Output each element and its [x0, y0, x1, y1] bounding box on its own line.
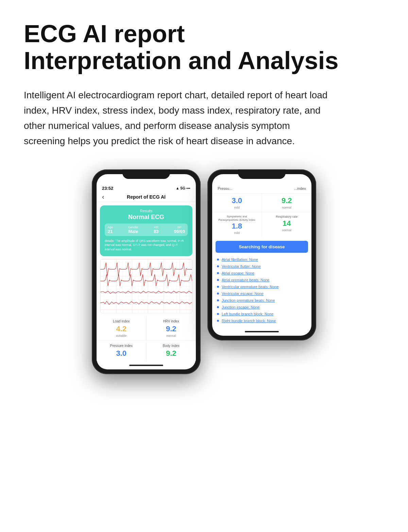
disease-list: Atrial fibrillation: None Ventricular fl…	[212, 255, 311, 328]
ecg-svg	[100, 259, 192, 313]
status-icons: ▲ 5G ▪▪▪	[176, 186, 190, 190]
stat-hr: HR 83	[154, 226, 158, 234]
p2-bottom-metrics: Sympathetic andParasympathetic Activity …	[212, 212, 311, 238]
bullet-9	[217, 313, 219, 315]
disease-item-2[interactable]: Ventricular flutter: None	[217, 263, 307, 270]
phone-notch-2	[238, 169, 286, 179]
bullet-4	[217, 279, 219, 281]
time-display: 23:52	[102, 186, 113, 191]
metric-hrv-label: HRV index	[152, 319, 191, 323]
nav-bar-1: ‹ Report of ECG AI	[97, 192, 196, 202]
disease-item-1[interactable]: Atrial fibrillation: None	[217, 256, 307, 263]
metric-hrv-value: 9.2	[152, 325, 191, 333]
search-disease-btn[interactable]: Searching for disease	[216, 241, 308, 253]
stat-bp-value: 99/69	[174, 229, 185, 234]
disease-text-7: Junction premature beats: None	[222, 298, 275, 302]
metric-load-sub: suitable	[102, 334, 141, 337]
stat-gender: Gender Male	[128, 226, 138, 234]
stat-bp-label: BP	[174, 226, 185, 229]
bullet-6	[217, 293, 219, 295]
phone-notch-1	[122, 169, 170, 179]
bullet-5	[217, 286, 219, 288]
p2-respiratory-value: 14	[267, 219, 307, 228]
disease-text-5: Ventricular premature beats: None	[222, 285, 279, 289]
home-indicator-1	[97, 361, 196, 369]
metric-load-index: Load index 4.2 suitable	[97, 316, 146, 340]
metric-body-value: 9.2	[152, 349, 191, 358]
home-indicator-2	[212, 328, 311, 336]
p2-header-right: ...index	[294, 186, 306, 190]
nav-title-1: Report of ECG AI	[127, 194, 166, 200]
phone-1: 23:52 ▲ 5G ▪▪▪ ‹ Report of ECG AI Result…	[92, 169, 201, 375]
disease-text-1: Atrial fibrillation: None	[222, 257, 258, 262]
metrics-grid: Load index 4.2 suitable HRV index 9.2 no…	[97, 316, 196, 361]
p2-respiratory-sub: normal	[267, 229, 307, 232]
stat-gender-label: Gender	[128, 226, 138, 229]
home-bar-2	[245, 331, 279, 332]
stat-age: Age 21	[107, 226, 113, 234]
back-button[interactable]: ‹	[102, 193, 104, 201]
details-text: details: The amplitude of QRS waveform w…	[105, 239, 188, 252]
p2-index-sub: normal	[267, 206, 307, 209]
metric-pressure-label: Pressure index	[102, 344, 141, 348]
p2-top-metrics: 3.0 mild 9.2 normal	[212, 194, 311, 212]
home-bar-1	[129, 365, 163, 366]
metric-pressure-index: Pressure index 3.0	[97, 340, 146, 361]
metric-body-label: Body index	[152, 344, 191, 348]
metric-load-label: Load index	[102, 319, 141, 323]
bullet-7	[217, 299, 219, 301]
disease-text-2: Ventricular flutter: None	[222, 264, 261, 268]
disease-item-3[interactable]: Atrial escape: None	[217, 270, 307, 277]
results-value: Normal ECG	[105, 214, 188, 221]
stat-hr-value: 83	[154, 229, 158, 234]
metric-hrv-index: HRV index 9.2 normal	[147, 316, 196, 340]
p2-index-value: 9.2	[267, 196, 307, 205]
metric-body-index: Body index 9.2	[147, 340, 196, 361]
page-description: Intelligent AI electrocardiogram report …	[24, 88, 330, 149]
stat-hr-label: HR	[154, 226, 158, 229]
p2-pressure-sub: mild	[217, 206, 257, 209]
stat-age-label: Age	[107, 226, 113, 229]
bullet-10	[217, 320, 219, 322]
p2-sympathetic-sub: mild	[217, 231, 257, 235]
stats-row: Age 21 Gender Male HR 83 BP 99/69	[105, 223, 188, 236]
disease-item-5[interactable]: Ventricular premature beats: None	[217, 283, 307, 290]
stat-age-value: 21	[107, 229, 113, 234]
disease-item-4[interactable]: Atrial premature beats: None	[217, 277, 307, 283]
p2-respiratory-label: Respiratory rate	[267, 215, 307, 218]
disease-text-9: Left bundle branch block: None	[222, 312, 273, 316]
disease-text-4: Atrial premature beats: None	[222, 278, 270, 282]
disease-item-8[interactable]: Junction escape: None	[217, 304, 307, 311]
disease-text-6: Ventricular escape: None	[222, 292, 264, 296]
bullet-8	[217, 306, 219, 308]
phone-1-screen: 23:52 ▲ 5G ▪▪▪ ‹ Report of ECG AI Result…	[97, 174, 196, 370]
page-title: ECG AI report Interpretation and Analysi…	[24, 20, 384, 74]
metric-load-value: 4.2	[102, 325, 141, 333]
p2-metric-index: 9.2 normal	[262, 194, 312, 212]
results-card: Results Normal ECG Age 21 Gender Male HR…	[100, 205, 192, 256]
p2-header-left: Pressu...	[218, 186, 232, 190]
p2-metric-sympathetic: Sympathetic andParasympathetic Activity …	[212, 212, 262, 238]
bullet-3	[217, 272, 219, 274]
stat-bp: BP 99/69	[174, 226, 185, 234]
disease-item-6[interactable]: Ventricular escape: None	[217, 290, 307, 297]
disease-text-10: Right bundle branch block: None	[222, 319, 276, 323]
bullet-2	[217, 265, 219, 267]
disease-item-7[interactable]: Junction premature beats: None	[217, 297, 307, 304]
bullet-1	[217, 259, 219, 261]
disease-item-9[interactable]: Left bundle branch block: None	[217, 311, 307, 317]
stat-gender-value: Male	[128, 229, 138, 234]
results-label: Results	[105, 209, 188, 213]
svg-rect-1	[100, 259, 192, 313]
p2-sympathetic-label: Sympathetic andParasympathetic Activity …	[217, 215, 257, 222]
p2-metric-pressure: 3.0 mild	[212, 194, 262, 212]
p2-pressure-value: 3.0	[217, 196, 257, 205]
phone-2-screen: Pressu... ...index 3.0 mild 9.2 normal S…	[212, 174, 311, 336]
ecg-area	[100, 259, 192, 313]
p2-metric-respiratory: Respiratory rate 14 normal	[262, 212, 312, 238]
phones-container: 23:52 ▲ 5G ▪▪▪ ‹ Report of ECG AI Result…	[24, 169, 384, 375]
disease-text-3: Atrial escape: None	[222, 271, 254, 275]
disease-item-10[interactable]: Right bundle branch block: None	[217, 317, 307, 324]
disease-text-8: Junction escape: None	[222, 305, 260, 309]
metric-pressure-value: 3.0	[102, 349, 141, 358]
